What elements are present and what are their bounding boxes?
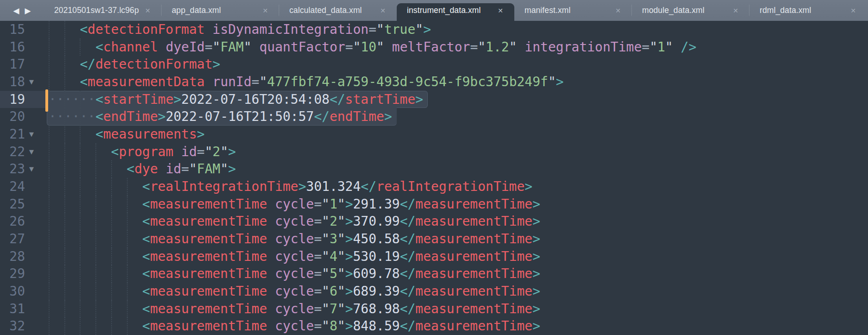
fold-spacer [25,265,46,283]
modified-lines-indicator [45,89,48,112]
close-icon[interactable]: ✕ [498,7,503,14]
indent-guide [64,300,65,318]
gutter[interactable]: 21▼ [0,126,46,143]
close-icon[interactable]: ✕ [145,7,150,14]
tab-manifest.xml[interactable]: manifest.xml✕ [514,0,632,21]
code-line-15[interactable]: 15 <detectionFormat isDynamicIntegration… [0,21,868,38]
code-line-24[interactable]: 24 <realIntegrationTime>301.324</realInt… [0,178,868,196]
code-text: <measurementTime cycle="1">291.39</measu… [46,196,868,213]
gutter[interactable]: 26 [0,213,46,230]
indent-guide [95,143,96,161]
indent-guide [111,160,112,178]
line-number: 22 [0,143,25,161]
indent-guide [49,178,50,196]
gutter[interactable]: 27 [0,230,46,248]
code-line-20[interactable]: 20······<endTime>2022-07-16T21:50:57</en… [0,108,868,126]
code-line-32[interactable]: 32 <measurementTime cycle="8">848.59</me… [0,317,868,335]
indent-guide [95,230,96,248]
fold-spacer [25,56,46,73]
code-line-18[interactable]: 18▼ <measurementData runId="477fbf74-a75… [0,73,868,91]
close-icon[interactable]: ✕ [615,7,621,14]
gutter[interactable]: 19 [0,91,46,108]
close-icon[interactable]: ✕ [380,7,386,14]
gutter[interactable]: 20 [0,108,46,126]
indent-guide [49,283,50,300]
gutter[interactable]: 15 [0,21,46,38]
forward-arrow-icon[interactable]: ▶ [25,6,31,15]
fold-arrow-icon[interactable]: ▼ [25,143,46,161]
code-line-29[interactable]: 29 <measurementTime cycle="5">609.78</me… [0,265,868,283]
tab-label: instrument_data.xml [407,6,481,15]
code-line-16[interactable]: 16 <channel dyeId="FAM" quantFactor="10"… [0,38,868,56]
code-line-28[interactable]: 28 <measurementTime cycle="4">530.19</me… [0,248,868,265]
code-line-30[interactable]: 30 <measurementTime cycle="6">689.39</me… [0,283,868,300]
code-text: <measurementTime cycle="5">609.78</measu… [46,265,868,283]
code-text: <measurementTime cycle="2">370.99</measu… [46,213,868,230]
close-icon[interactable]: ✕ [733,7,738,14]
indent-guide [49,56,50,73]
code-text: <measurementData runId="477fbf74-a759-49… [46,73,868,91]
line-number: 18 [0,73,25,91]
close-icon[interactable]: ✕ [262,7,268,14]
code-line-17[interactable]: 17 </detectionFormat> [0,56,868,73]
code-line-21[interactable]: 21▼ <measurements> [0,126,868,143]
fold-spacer [25,300,46,318]
gutter[interactable]: 32 [0,317,46,335]
tab-bar: ◀ ▶ 20210501sw1-37.lc96p✕app_data.xml✕ca… [0,0,868,21]
code-line-31[interactable]: 31 <measurementTime cycle="7">768.98</me… [0,300,868,318]
indent-guide [111,213,112,230]
line-number: 27 [0,230,25,248]
tab-instrument_data.xml[interactable]: instrument_data.xml✕ [397,0,514,21]
code-line-27[interactable]: 27 <measurementTime cycle="3">450.58</me… [0,230,868,248]
indent-guide [64,108,65,126]
close-icon[interactable]: ✕ [850,7,856,14]
gutter[interactable]: 23▼ [0,160,46,178]
indent-guide [49,300,50,318]
code-line-19[interactable]: 19······<startTime>2022-07-16T20:54:08</… [0,91,868,108]
line-number: 25 [0,196,25,213]
gutter[interactable]: 29 [0,265,46,283]
line-number: 28 [0,248,25,265]
tab-module_data.xml[interactable]: module_data.xml✕ [632,0,749,21]
gutter[interactable]: 30 [0,283,46,300]
indent-guide [80,283,81,300]
indent-guide [127,283,128,300]
code-line-26[interactable]: 26 <measurementTime cycle="2">370.99</me… [0,213,868,230]
indent-guide [49,91,50,108]
indent-guide [64,196,65,213]
fold-arrow-icon[interactable]: ▼ [25,126,46,143]
code-text: <measurements> [46,126,868,143]
gutter[interactable]: 31 [0,300,46,318]
fold-spacer [25,196,46,213]
gutter[interactable]: 24 [0,178,46,196]
code-line-23[interactable]: 23▼ <dye id="FAM"> [0,160,868,178]
line-number: 20 [0,108,25,126]
gutter[interactable]: 25 [0,196,46,213]
gutter[interactable]: 18▼ [0,73,46,91]
indent-guide [49,248,50,265]
tab-app_data.xml[interactable]: app_data.xml✕ [162,0,279,21]
indent-guide [64,126,65,143]
indent-guide [111,230,112,248]
gutter[interactable]: 22▼ [0,143,46,161]
fold-arrow-icon[interactable]: ▼ [25,160,46,178]
indent-guide [49,21,50,38]
tab-label: calculated_data.xml [289,6,362,15]
tabs-container: 20210501sw1-37.lc96p✕app_data.xml✕calcul… [44,0,868,21]
code-line-22[interactable]: 22▼ <program id="2"> [0,143,868,161]
gutter[interactable]: 28 [0,248,46,265]
indent-guide [80,213,81,230]
line-number: 30 [0,283,25,300]
back-arrow-icon[interactable]: ◀ [13,6,19,15]
tab-rdml_data.xml[interactable]: rdml_data.xml✕ [749,0,867,21]
tab-calculated_data.xml[interactable]: calculated_data.xml✕ [279,0,397,21]
indent-guide [127,317,128,335]
tab-20210501sw1-37.lc96p[interactable]: 20210501sw1-37.lc96p✕ [44,0,162,21]
code-editor[interactable]: 15 <detectionFormat isDynamicIntegration… [0,21,868,335]
line-number: 32 [0,317,25,335]
fold-spacer [25,108,46,126]
code-line-25[interactable]: 25 <measurementTime cycle="1">291.39</me… [0,196,868,213]
gutter[interactable]: 16 [0,38,46,56]
gutter[interactable]: 17 [0,56,46,73]
fold-arrow-icon[interactable]: ▼ [25,73,46,91]
